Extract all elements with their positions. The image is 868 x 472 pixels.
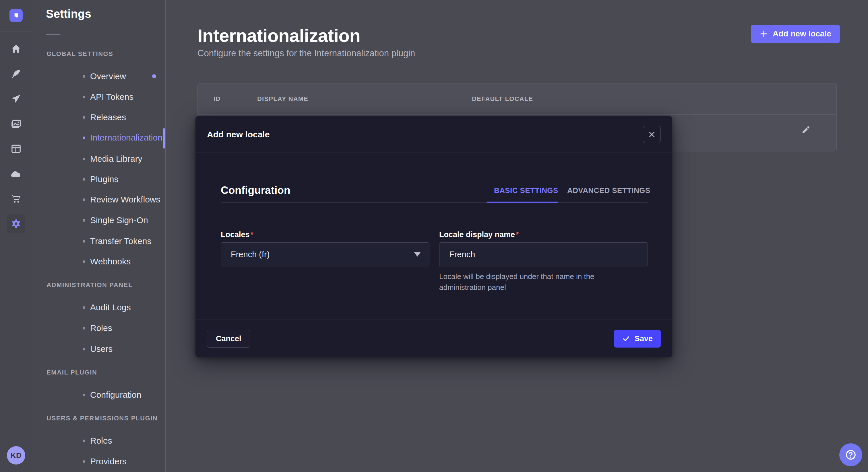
locales-label-text: Locales — [221, 230, 250, 239]
sidebar-item-internationalization[interactable]: Internationalization — [32, 131, 165, 144]
close-icon — [648, 131, 656, 138]
sidebar-item-review-workflows[interactable]: Review Workflows — [32, 193, 165, 206]
sidebar-item-media-library[interactable]: Media Library — [32, 153, 165, 165]
sidebar-item-label: Roles — [90, 323, 112, 333]
sidebar-item-email-configuration[interactable]: Configuration — [32, 389, 165, 401]
bullet-icon — [83, 306, 85, 309]
sidebar-item-overview[interactable]: Overview — [32, 70, 165, 82]
page-subtitle: Configure the settings for the Internati… — [197, 48, 415, 59]
cart-icon[interactable] — [0, 186, 32, 211]
sidebar-item-roles-admin[interactable]: Roles — [32, 322, 165, 334]
sidebar-item-audit-logs[interactable]: Audit Logs — [32, 301, 165, 314]
close-modal-button[interactable] — [643, 126, 661, 143]
tab-basic-settings[interactable]: BASIC SETTINGS — [494, 186, 558, 195]
column-header-id: ID — [214, 83, 220, 114]
sidebar-item-releases[interactable]: Releases — [32, 111, 165, 124]
sidebar-item-transfer-tokens[interactable]: Transfer Tokens — [32, 235, 165, 247]
edit-locale-button[interactable] — [797, 121, 814, 138]
bullet-icon — [83, 260, 85, 263]
avatar-initials: KD — [11, 451, 22, 460]
active-tab-underline — [487, 202, 558, 203]
cancel-button[interactable]: Cancel — [207, 330, 250, 347]
layout-icon[interactable] — [0, 136, 32, 161]
locales-select-value: French (fr) — [231, 250, 270, 259]
modal-header: Add new locale — [195, 116, 672, 153]
column-header-display-name: DISPLAY NAME — [257, 83, 308, 114]
configuration-section-title: Configuration — [221, 184, 290, 196]
section-header-global-settings: GLOBAL SETTINGS — [46, 50, 113, 58]
save-button[interactable]: Save — [614, 330, 661, 347]
user-avatar[interactable]: KD — [7, 446, 25, 465]
rail-bottom-divider — [0, 441, 32, 441]
sidebar-item-roles-up[interactable]: Roles — [32, 434, 165, 447]
sidebar-item-label: Media Library — [90, 154, 143, 164]
table-header-row: ID DISPLAY NAME DEFAULT LOCALE — [198, 83, 836, 114]
bullet-icon — [83, 460, 85, 463]
paper-plane-icon[interactable] — [0, 86, 32, 111]
sidebar-item-label: Webhooks — [90, 257, 131, 266]
bullet-icon — [83, 136, 85, 139]
check-icon — [622, 335, 630, 343]
sidebar-item-label: Providers — [90, 457, 127, 466]
sidebar-item-label: Releases — [90, 112, 126, 122]
section-header-administration-panel: ADMINISTRATION PANEL — [46, 281, 133, 289]
modal-title: Add new locale — [207, 130, 270, 139]
strapi-logo[interactable] — [9, 9, 23, 22]
required-asterisk: * — [515, 230, 519, 239]
locales-field-label: Locales* — [221, 230, 253, 239]
sidebar-item-label: Internationalization — [90, 133, 162, 142]
bullet-icon — [83, 219, 85, 222]
section-header-users-permissions-plugin: USERS & PERMISSIONS PLUGIN — [46, 415, 158, 422]
settings-sidebar: Settings GLOBAL SETTINGS Overview API To… — [32, 0, 166, 472]
sidebar-item-api-tokens[interactable]: API Tokens — [32, 91, 165, 103]
sidebar-item-label: Transfer Tokens — [90, 236, 151, 246]
modal-footer-divider — [195, 319, 672, 319]
settings-nav-item[interactable] — [0, 211, 32, 236]
sidebar-item-label: API Tokens — [90, 92, 133, 102]
sidebar-item-label: Single Sign-On — [90, 215, 148, 225]
locales-select[interactable]: French (fr) — [221, 242, 429, 266]
display-name-label-text: Locale display name — [439, 230, 515, 239]
save-button-label: Save — [634, 334, 653, 343]
bullet-icon — [83, 327, 85, 330]
chevron-down-icon — [414, 252, 421, 257]
sidebar-item-plugins[interactable]: Plugins — [32, 173, 165, 186]
help-button[interactable] — [839, 443, 862, 466]
sidebar-item-label: Configuration — [90, 390, 141, 400]
strapi-logo-icon — [12, 12, 20, 19]
sidebar-item-providers[interactable]: Providers — [32, 455, 165, 468]
bullet-icon — [83, 394, 85, 396]
sidebar-item-webhooks[interactable]: Webhooks — [32, 255, 165, 268]
add-new-locale-button[interactable]: Add new locale — [751, 25, 840, 43]
column-header-default-locale: DEFAULT LOCALE — [472, 83, 533, 114]
home-icon[interactable] — [0, 36, 32, 61]
bullet-icon — [83, 240, 85, 243]
page-title: Internationalization — [197, 25, 361, 46]
bullet-icon — [83, 96, 85, 98]
rail-divider — [0, 32, 32, 32]
sidebar-item-users[interactable]: Users — [32, 343, 165, 355]
feather-icon[interactable] — [0, 61, 32, 86]
tabs-divider — [221, 202, 648, 203]
bullet-icon — [83, 116, 85, 119]
plus-icon — [760, 30, 768, 38]
bullet-icon — [83, 440, 85, 442]
section-header-email-plugin: EMAIL PLUGIN — [46, 369, 97, 376]
bullet-icon — [83, 348, 85, 350]
sidebar-item-single-sign-on[interactable]: Single Sign-On — [32, 214, 165, 227]
sidebar-title-rule — [46, 34, 60, 35]
media-library-icon[interactable] — [0, 111, 32, 136]
add-new-locale-label: Add new locale — [773, 29, 831, 38]
sidebar-item-label: Audit Logs — [90, 303, 131, 312]
sidebar-title: Settings — [46, 7, 91, 20]
display-name-field-label: Locale display name* — [439, 230, 519, 239]
cloud-icon[interactable] — [0, 161, 32, 186]
main-nav-rail: KD — [0, 0, 32, 472]
sidebar-item-label: Roles — [90, 436, 112, 446]
settings-gear-icon — [7, 214, 25, 233]
tab-advanced-settings[interactable]: ADVANCED SETTINGS — [567, 186, 650, 195]
sidebar-item-label: Plugins — [90, 174, 118, 184]
table-header-divider — [198, 114, 836, 115]
locale-display-name-input[interactable] — [439, 242, 648, 266]
sidebar-item-label: Review Workflows — [90, 195, 160, 204]
